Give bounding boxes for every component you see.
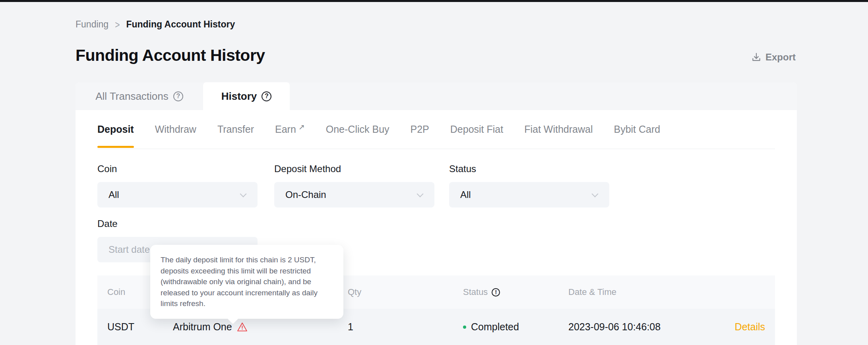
chain-name: Arbitrum One [173, 321, 232, 333]
tab-label: History [221, 90, 257, 103]
column-header-status: Status ! [463, 275, 500, 309]
subtab-transfer[interactable]: Transfer [217, 110, 254, 149]
subtab-deposit[interactable]: Deposit [97, 110, 134, 149]
funding-history-page: Funding > Funding Account History Fundin… [0, 0, 868, 345]
column-header-coin: Coin [107, 275, 125, 309]
status-select-value: All [460, 189, 471, 200]
status-select[interactable]: All [449, 182, 609, 207]
tab-label: All Transactions [95, 90, 169, 103]
tooltip-text: The daily deposit limit for this chain i… [161, 254, 333, 309]
subtab-bar: Deposit Withdraw Transfer Earn ↗ One-Cli… [97, 110, 660, 149]
chevron-down-icon [592, 191, 599, 198]
coin-filter-label: Coin [97, 163, 117, 174]
cell-qty: 1 [348, 309, 353, 345]
info-icon[interactable]: ! [492, 288, 500, 297]
subtab-label: Bybit Card [614, 124, 660, 135]
status-filter-label: Status [449, 163, 476, 174]
subtab-divider [97, 149, 775, 149]
chevron-down-icon [240, 191, 247, 198]
subtab-label: Deposit [97, 124, 134, 135]
subtab-earn[interactable]: Earn ↗ [275, 110, 305, 149]
export-button[interactable]: Export [751, 52, 796, 63]
subtab-label: Fiat Withdrawal [524, 124, 593, 135]
subtab-label: P2P [411, 124, 429, 135]
help-icon[interactable]: ? [173, 91, 183, 101]
top-navbar-edge [0, 0, 868, 2]
breadcrumb-funding-link[interactable]: Funding [76, 19, 108, 30]
tab-bar: All Transactions ? History ? [76, 82, 797, 110]
deposit-method-select[interactable]: On-Chain [274, 182, 434, 207]
status-dot [463, 326, 466, 329]
subtab-withdraw[interactable]: Withdraw [155, 110, 196, 149]
external-link-icon: ↗ [298, 122, 305, 132]
column-header-datetime: Date & Time [568, 275, 616, 309]
status-label: Completed [471, 321, 519, 333]
tab-all-transactions[interactable]: All Transactions ? [76, 82, 203, 110]
chevron-down-icon [417, 191, 424, 198]
subtab-label: Transfer [217, 124, 254, 135]
subtab-label: Deposit Fiat [450, 124, 503, 135]
download-icon [751, 52, 761, 62]
deposit-limit-tooltip: The daily deposit limit for this chain i… [150, 245, 343, 319]
help-icon[interactable]: ? [262, 91, 271, 101]
subtab-label: One-Click Buy [326, 124, 389, 135]
subtab-p2p[interactable]: P2P [411, 110, 429, 149]
subtab-label: Earn [275, 124, 296, 135]
coin-select-value: All [108, 189, 119, 200]
subtab-bybit-card[interactable]: Bybit Card [614, 110, 660, 149]
subtab-label: Withdraw [155, 124, 196, 135]
deposit-method-select-value: On-Chain [285, 189, 326, 200]
page-title: Funding Account History [76, 46, 265, 65]
tab-history[interactable]: History ? [203, 82, 290, 110]
export-label: Export [765, 52, 796, 63]
deposit-method-filter-label: Deposit Method [274, 163, 341, 174]
column-header-status-label: Status [463, 287, 488, 297]
warning-icon[interactable] [237, 322, 248, 332]
breadcrumb-separator-icon: > [115, 19, 120, 31]
column-header-qty: Qty [348, 275, 361, 309]
subtab-fiat-withdrawal[interactable]: Fiat Withdrawal [524, 110, 593, 149]
breadcrumb: Funding > Funding Account History [76, 19, 235, 30]
subtab-deposit-fiat[interactable]: Deposit Fiat [450, 110, 503, 149]
cell-datetime: 2023-09-06 10:46:08 [568, 309, 661, 345]
cell-coin: USDT [107, 309, 134, 345]
cell-status: Completed [463, 309, 519, 345]
subtab-one-click-buy[interactable]: One-Click Buy [326, 110, 389, 149]
start-date-placeholder: Start date [108, 244, 150, 255]
date-filter-label: Date [97, 218, 118, 229]
coin-select[interactable]: All [97, 182, 258, 207]
breadcrumb-current: Funding Account History [126, 19, 235, 30]
details-link[interactable]: Details [735, 309, 765, 345]
